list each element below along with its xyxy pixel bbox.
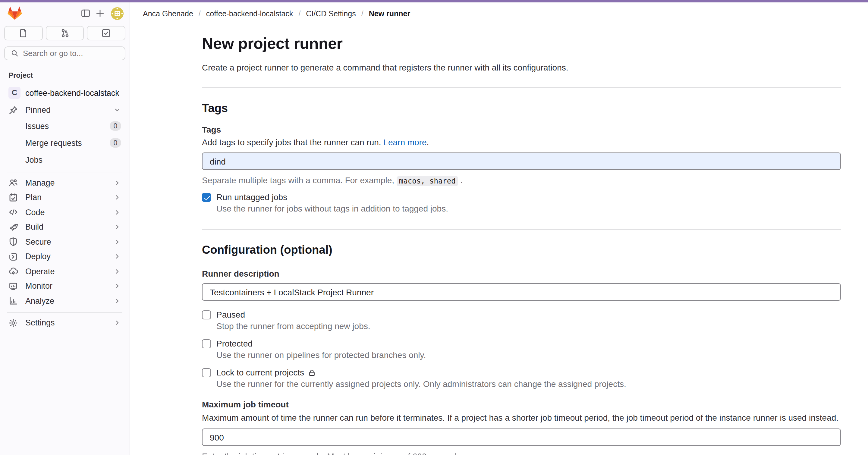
breadcrumb-user[interactable]: Anca Ghenade [143, 9, 193, 18]
monitor-icon [8, 282, 18, 291]
sidebar-item-secure[interactable]: Secure [2, 234, 127, 249]
issue-icon [19, 28, 28, 38]
page-subtitle: Create a project runner to generate a co… [202, 62, 841, 73]
code-icon [8, 207, 18, 217]
monitor-label: Monitor [25, 282, 113, 291]
chevron-right-icon [113, 319, 121, 327]
runner-description-input[interactable] [202, 283, 841, 301]
run-untagged-checkbox[interactable] [202, 193, 211, 202]
sidebar-toggle-button[interactable] [79, 6, 93, 21]
sidebar-item-settings[interactable]: Settings [2, 316, 127, 330]
chevron-right-icon [113, 194, 121, 202]
avatar-identicon [111, 7, 124, 20]
sidebar-item-analyze[interactable]: Analyze [2, 293, 127, 308]
todo-shortcut-button[interactable] [87, 26, 125, 40]
chevron-right-icon [113, 208, 121, 216]
lock-projects-help: Use the runner for the currently assigne… [216, 379, 841, 389]
configuration-section-heading: Configuration (optional) [202, 242, 841, 258]
sidebar-divider [7, 312, 122, 313]
sidebar-item-merge-requests[interactable]: Merge requests 0 [2, 134, 127, 151]
timeout-input[interactable] [202, 428, 841, 446]
lock-projects-label[interactable]: Lock to current projects [216, 368, 315, 377]
main-area: Anca Ghenade / coffee-backend-localstack… [131, 2, 868, 455]
create-new-button[interactable] [93, 6, 107, 21]
sidebar-item-deploy[interactable]: Deploy [2, 249, 127, 264]
project-avatar: C [8, 87, 21, 99]
analyze-label: Analyze [25, 296, 113, 305]
breadcrumb-separator: / [198, 9, 201, 18]
lock-icon [308, 368, 315, 376]
sidebar-item-project[interactable]: C coffee-backend-localstack [2, 85, 127, 101]
operate-label: Operate [25, 267, 113, 276]
lock-projects-label-text: Lock to current projects [216, 368, 304, 377]
lock-projects-row: Lock to current projects [202, 368, 841, 377]
sidebar-item-issues[interactable]: Issues 0 [2, 118, 127, 134]
gitlab-app: Search or go to... Project C coffee-back… [0, 0, 868, 455]
user-avatar[interactable] [111, 7, 124, 20]
tags-field-help: Add tags to specify jobs that the runner… [202, 137, 841, 148]
merge-requests-label: Merge requests [25, 138, 110, 148]
timeout-label: Maximum job timeout [202, 399, 841, 409]
sidebar-item-manage[interactable]: Manage [2, 175, 127, 190]
paused-row: Paused [202, 310, 841, 319]
protected-row: Protected [202, 339, 841, 348]
breadcrumb: Anca Ghenade / coffee-backend-localstack… [143, 9, 410, 18]
top-accent-bar [0, 0, 868, 2]
sidebar-item-jobs[interactable]: Jobs [2, 151, 127, 168]
panel-left-icon [81, 8, 90, 18]
project-name: coffee-backend-localstack [25, 88, 121, 97]
plus-icon [95, 8, 105, 18]
tags-input[interactable] [202, 153, 841, 170]
protected-label[interactable]: Protected [216, 339, 253, 348]
sidebar-item-pinned[interactable]: Pinned [2, 102, 127, 118]
plan-label: Plan [25, 193, 113, 202]
protected-checkbox[interactable] [202, 339, 211, 348]
issues-shortcut-button[interactable] [4, 26, 42, 40]
sidebar-item-operate[interactable]: Operate [2, 264, 127, 279]
secure-label: Secure [25, 237, 113, 247]
gitlab-logo-icon[interactable] [6, 6, 23, 21]
chevron-right-icon [113, 267, 121, 275]
breadcrumb-separator: / [299, 9, 301, 18]
users-icon [8, 178, 18, 188]
sidebar: Search or go to... Project C coffee-back… [0, 2, 130, 455]
chevron-down-icon [113, 106, 121, 114]
timeout-description: Maximum amount of time the runner can ru… [202, 413, 841, 423]
breadcrumb-cicd-settings[interactable]: CI/CD Settings [306, 9, 355, 18]
tags-field-label: Tags [202, 125, 841, 134]
chevron-right-icon [113, 253, 121, 261]
paused-label[interactable]: Paused [216, 310, 245, 319]
protected-help: Use the runner on pipelines for protecte… [216, 350, 841, 360]
paused-checkbox[interactable] [202, 311, 211, 319]
sidebar-item-build[interactable]: Build [2, 220, 127, 234]
search-placeholder: Search or go to... [23, 49, 83, 58]
sidebar-item-code[interactable]: Code [2, 205, 127, 220]
sidebar-section-label: Project [8, 71, 130, 79]
sidebar-item-plan[interactable]: Plan [2, 190, 127, 205]
breadcrumb-project[interactable]: coffee-backend-localstack [206, 9, 293, 18]
gear-icon [8, 318, 18, 328]
lock-projects-checkbox[interactable] [202, 368, 211, 377]
learn-more-link[interactable]: Learn more [383, 137, 427, 147]
merge-requests-shortcut-button[interactable] [45, 26, 84, 40]
search-input[interactable]: Search or go to... [4, 46, 125, 60]
new-runner-form: New project runner Create a project runn… [131, 25, 868, 455]
run-untagged-label[interactable]: Run untagged jobs [216, 192, 287, 202]
breadcrumb-separator: / [361, 9, 364, 18]
chevron-right-icon [113, 297, 121, 305]
sidebar-item-monitor[interactable]: Monitor [2, 279, 127, 293]
tanuki-icon [7, 6, 22, 21]
check-square-icon [101, 28, 111, 38]
deploy-icon [8, 252, 18, 262]
tags-help-text: Add tags to specify jobs that the runner… [202, 137, 383, 147]
tags-hint-suffix: . [458, 175, 463, 185]
rocket-icon [8, 222, 18, 232]
chevron-right-icon [113, 179, 121, 187]
tags-section-heading: Tags [202, 101, 841, 116]
sidebar-header [6, 4, 124, 23]
build-label: Build [25, 223, 113, 232]
topbar: Anca Ghenade / coffee-backend-localstack… [131, 2, 868, 25]
tags-help-period: . [427, 137, 429, 147]
deploy-label: Deploy [25, 252, 113, 261]
section-divider [202, 229, 841, 230]
